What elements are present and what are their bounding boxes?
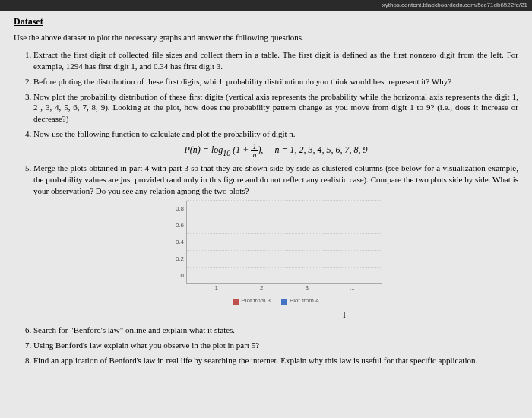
xtick-label: 3 [292,284,322,293]
legend-label-a: Plot from 3 [241,297,271,306]
formula-rhs: n = 1, 2, 3, 4, 5, 6, 7, 8, 9 [274,144,367,155]
question-list: Extract the first digit of collected fil… [14,49,518,366]
question-5-text: Merge the plots obtained in part 4 with … [33,163,518,195]
formula-sub: 10 [223,149,230,157]
chart-legend: Plot from 3 Plot from 4 [169,297,382,306]
ytick-label: 0.6 [176,222,184,230]
xtick-label: ... [337,284,367,293]
document-body: Dataset Use the above dataset to plot th… [14,15,518,366]
ytick-label: 0 [181,271,184,280]
x-axis-labels: 123... [186,284,382,293]
question-1: Extract the first digit of collected fil… [33,49,518,72]
text-cursor-icon: I [170,309,518,321]
bar-groups [187,201,382,283]
legend-item-a: Plot from 3 [233,297,271,306]
formula-open: (1 + [233,144,249,155]
legend-item-b: Plot from 4 [281,297,319,306]
section-heading: Dataset [14,15,518,27]
legend-label-b: Plot from 4 [290,297,319,306]
ytick-label: 1 [181,188,184,197]
question-2: Before ploting the distribution of these… [33,76,518,87]
swatch-plot4 [281,299,287,305]
formula-close: ), [258,144,263,155]
y-axis-labels: 00.20.40.60.81 [170,201,185,283]
question-4-lead: Now use the following function to calcul… [33,129,296,138]
ytick-label: 0.8 [176,205,184,214]
ytick-label: 0.4 [176,239,184,247]
question-4: Now use the following function to calcul… [33,128,518,159]
formula: P(n) = log10 (1 + 1 n ), n = 1, 2, 3, 4,… [33,143,518,159]
question-6: Search for "Benford's law" online and ex… [33,325,518,336]
intro-text: Use the above dataset to plot the necess… [14,32,518,43]
question-8: Find an application of Benford's law in … [33,355,518,366]
question-5: Merge the plots obtained in part 4 with … [33,163,518,321]
ytick-label: 0.2 [176,255,184,263]
window-titlebar: xythos.content.blackboardcdn.com/5cc71db… [0,0,532,11]
formula-lhs: P(n) = log [185,144,223,155]
question-3: Now plot the probability distribution of… [33,91,518,125]
chart-area: 00.20.40.60.81 [186,201,382,284]
xtick-label: 2 [246,284,277,293]
question-7: Using Benford's law explain what you obs… [33,340,518,351]
example-chart: 00.20.40.60.81 123... Plot from 3 Plot f… [169,201,382,306]
xtick-label: 1 [201,284,232,293]
swatch-plot3 [233,299,239,305]
